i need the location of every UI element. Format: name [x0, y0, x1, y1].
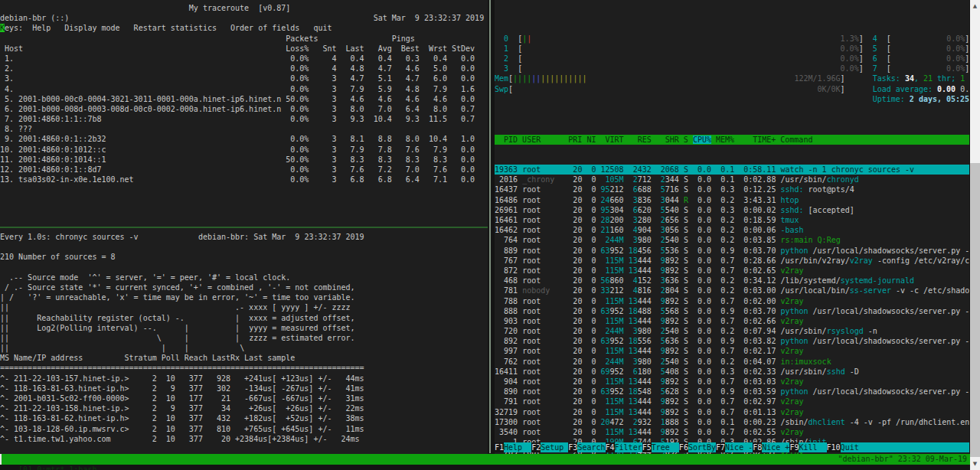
process-row[interactable]: 2016 _chrony 20 0 105M 2712 2344 S 0.0 0… — [495, 175, 969, 184]
fkey-f5[interactable]: F5 — [642, 442, 652, 452]
scrollbar-thumb[interactable] — [970, 163, 980, 457]
fkey-label[interactable]: Quit — [841, 442, 859, 452]
terminal-line: ^- 211-22-103-157.hinet-ip.> 2 10 377 92… — [0, 374, 488, 384]
fkey-f7[interactable]: F7 — [716, 442, 725, 452]
process-row[interactable]: 791 root 20 0 115M 13444 9892 S 0.0 0.7 … — [495, 397, 969, 406]
process-row[interactable]: 468 root 20 0 56860 4152 3636 S 0.0 0.2 … — [495, 276, 969, 286]
tmux-vertical-pane-border[interactable] — [489, 0, 491, 453]
terminal-line: debian-bbr (::) Sat Mar 9 23:32:37 2019 — [0, 13, 488, 23]
process-row[interactable]: 16462 root 20 0 21160 4904 3056 S 0.0 0.… — [495, 225, 969, 235]
pane-watch-chronyc: Every 1.0s: chronyc sources -v debian-bb… — [0, 228, 488, 457]
process-row[interactable]: 17300 root 20 0 20472 2932 1888 S 0.0 0.… — [495, 417, 969, 427]
process-table-header[interactable]: PID USER PRI NI VIRT RES SHR S CPU% MEM%… — [495, 135, 969, 145]
process-row[interactable]: 16437 root 20 0 95212 6688 5716 S 0.0 0.… — [495, 184, 969, 194]
terminal-line: 13. tsa03s02-in-x0e.1e100.net 0.0% 3 6.8… — [0, 175, 488, 184]
terminal-line: 2 [ 0.0%] 6 [ 0.0%] — [495, 54, 969, 64]
fkey-f1[interactable]: F1 — [495, 442, 504, 452]
process-row[interactable]: 16486 root 20 0 24660 3836 3044 R 0.0 0.… — [495, 195, 969, 205]
fkey-f9[interactable]: F9 — [789, 442, 799, 452]
htop-function-key-bar: F1Help F2Setup F3SearchF4FilterF5Tree F6… — [495, 442, 969, 452]
process-row[interactable]: 904 root 20 0 115M 13444 9892 S 0.0 0.7 … — [495, 377, 969, 387]
fkey-label[interactable]: Nice - — [725, 442, 753, 452]
terminal-line: || .- xxxx [ yyyy ] +/- zzzz — [0, 302, 488, 312]
tmux-status-right: "debian-bbr" 23:32 09-Mar-19 — [838, 454, 967, 465]
fkey-f6[interactable]: F6 — [679, 442, 688, 452]
process-row[interactable]: 888 root 20 0 63952 18488 5568 S 0.0 0.9… — [495, 306, 969, 316]
fkey-label[interactable]: SortBy — [688, 442, 716, 452]
fkey-label[interactable]: Tree — [652, 442, 679, 452]
scrollbar[interactable]: ▲ ▼ — [970, 0, 980, 470]
terminal-line: 1 [ 0.0%] 5 [ 0.0%] — [495, 44, 969, 54]
process-row[interactable]: 767 root 20 0 115M 13444 9892 S 0.0 0.7 … — [495, 256, 969, 266]
terminal-line: | / '?' = unreachable, 'x' = time may be… — [0, 292, 488, 302]
process-table: 19363 root 20 0 12508 2432 2068 S 0.0 0.… — [495, 165, 969, 456]
process-row[interactable]: 872 root 20 0 115M 13444 9892 S 0.0 0.7 … — [495, 266, 969, 276]
terminal-screen: My traceroute [v0.87]debian-bbr (::) Sat… — [0, 0, 980, 470]
process-row[interactable]: 890 root 20 0 63952 18548 5628 S 0.0 0.9… — [495, 387, 969, 397]
fkey-bar-filler — [859, 442, 969, 452]
scrollbar-down-icon[interactable]: ▼ — [970, 458, 980, 470]
terminal-line: Every 1.0s: chronyc sources -v debian-bb… — [0, 232, 488, 242]
fkey-f2[interactable]: F2 — [531, 442, 541, 452]
scrollbar-up-icon[interactable]: ▲ — [970, 0, 980, 12]
fkey-label[interactable]: Nice + — [762, 442, 789, 452]
fkey-label[interactable]: Kill — [799, 442, 826, 452]
process-row[interactable]: 32719 root 20 0 115M 13444 9892 S 0.0 0.… — [495, 407, 969, 417]
terminal-line: Packets Pings — [0, 34, 488, 44]
terminal-line: ^- 118-163-81-63.hinet-ip.h> 2 9 377 302… — [0, 384, 488, 393]
terminal-line: 7. 2001:4860:1:1::7b8 0.0% 3 9.3 10.4 9.… — [0, 114, 488, 124]
fkey-f4[interactable]: F4 — [606, 442, 615, 452]
terminal-line: / .- Source state '*' = current synced, … — [0, 282, 488, 292]
terminal-line: 11. 2001:4860:0:1014::1 50.0% 3 8.3 8.3 … — [0, 155, 488, 165]
pane-htop: 0 [|| 1.3%] 4 [ 0.0%] 1 [ 0.0%] 5 [ 0 — [495, 0, 969, 456]
terminal-line: ^- t1.time.tw1.yahoo.com 2 10 377 20 +23… — [0, 434, 488, 444]
terminal-line: 3. 0.0% 3 4.7 5.1 4.7 6.0 0.0 — [0, 73, 488, 83]
terminal-line: Mem[|||||||||||||||| 122M/1.96G] Tasks: … — [495, 73, 969, 83]
fkey-label[interactable]: Search — [577, 442, 605, 452]
terminal-line: Uptime: 2 days, 05:25:42 — [495, 94, 969, 104]
process-row[interactable]: 762 root 20 0 244M 3980 2540 S 0.0 0.2 0… — [495, 357, 969, 367]
fkey-f10[interactable]: F10 — [827, 442, 841, 452]
process-row[interactable]: 788 root 20 0 115M 13444 9892 S 0.0 0.7 … — [495, 296, 969, 306]
status-bar-cursor — [0, 454, 2, 465]
terminal-line: ^- 211-22-103-158.hinet-ip.> 2 9 377 34 … — [0, 403, 488, 413]
terminal-line — [495, 23, 969, 33]
fkey-f3[interactable]: F3 — [568, 442, 577, 452]
process-row[interactable]: 26961 root 20 0 95304 6620 5540 S 0.0 0.… — [495, 205, 969, 215]
process-row[interactable]: 16411 root 20 0 69952 6180 5408 S 0.0 0.… — [495, 367, 969, 377]
fkey-label[interactable]: Help — [504, 442, 531, 452]
tmux-status-bar: [0] 0:mtr* 1:bash- "debian-bbr" 23:32 09… — [0, 454, 970, 465]
terminal-line: || \ | | zzzz = estimated error. — [0, 333, 488, 343]
process-row[interactable]: 997 root 20 0 115M 13444 9892 S 0.0 0.7 … — [495, 346, 969, 356]
terminal-line: MS Name/IP address Stratum Poll Reach La… — [0, 353, 488, 363]
process-row[interactable]: 889 root 20 0 63952 18456 5536 S 0.0 0.9… — [495, 246, 969, 256]
terminal-line: || | | \ — [0, 343, 488, 353]
process-row[interactable]: 764 root 20 0 244M 3980 2540 S 0.0 0.2 0… — [495, 235, 969, 245]
terminal-line: 210 Number of sources = 8 — [0, 252, 488, 262]
terminal-line: Keys: Help Display mode Restart statisti… — [0, 23, 488, 33]
terminal-line: 2. 0.0% 4 4.8 4.7 4.6 5.0 0.0 — [0, 64, 488, 73]
terminal-line: 5. 2001-b000-00c0-0004-3021-3011-0001-00… — [0, 94, 488, 104]
terminal-line: ^- 103-18-128-60.ip.mwsrv.c> 2 10 377 81… — [0, 424, 488, 434]
terminal-line: ^- 2001-b031-5c02-ff00-0000> 2 10 177 21… — [0, 393, 488, 403]
terminal-line: 12. 2001:4860:0:1::8d7 0.0% 3 7.6 7.2 7.… — [0, 165, 488, 175]
fkey-f8[interactable]: F8 — [753, 442, 762, 452]
process-row[interactable]: 3540 root 20 0 115M 13444 9892 S 0.0 0.7… — [495, 427, 969, 437]
terminal-line — [0, 263, 488, 273]
tmux-window-list[interactable]: [0] 0:mtr* 1:bash- — [18, 465, 101, 470]
process-row[interactable]: 781 nobody 20 0 33212 4816 2804 S 0.0 0.… — [495, 286, 969, 295]
process-row[interactable]: 720 root 20 0 244M 3980 2540 S 0.0 0.2 0… — [495, 326, 969, 336]
process-row[interactable]: 903 root 20 0 115M 13444 9892 S 0.0 0.7 … — [495, 316, 969, 326]
terminal-line: || Log2(Polling interval) --. | | yyyy =… — [0, 323, 488, 333]
terminal-line: 6. 2001-b000-008d-0003-008d-00c0-0002-00… — [0, 104, 488, 114]
process-row[interactable]: 892 root 20 0 63952 18556 5636 S 0.0 0.9… — [495, 336, 969, 346]
fkey-label[interactable]: Filter — [615, 442, 642, 452]
terminal-line — [0, 242, 488, 252]
process-row[interactable]: 16461 root 20 0 28200 3280 2656 S 0.0 0.… — [495, 215, 969, 225]
terminal-line: .-- Source mode '^' = server, '=' = peer… — [0, 273, 488, 282]
terminal-line: ========================================… — [0, 363, 488, 373]
terminal-line: ^- 118-163-81-62.hinet-ip.h> 2 10 377 43… — [0, 413, 488, 423]
terminal-line: 9. 2001:4860:0:1::2b32 0.0% 3 8.1 8.8 8.… — [0, 134, 488, 144]
fkey-label[interactable]: Setup — [541, 442, 568, 452]
process-row[interactable]: 19363 root 20 0 12508 2432 2068 S 0.0 0.… — [495, 165, 969, 175]
